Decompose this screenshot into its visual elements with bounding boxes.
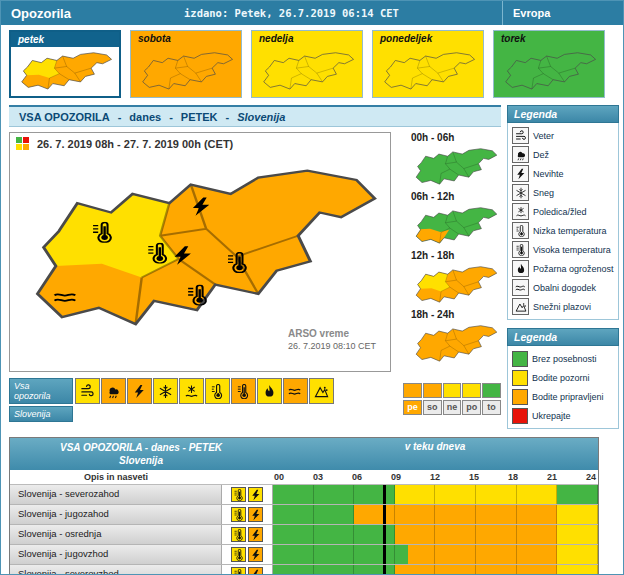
region-link[interactable]: Slovenija - jugovzhod [10,545,222,564]
warning-type-cell[interactable] [257,378,282,404]
legend-level-item: Bodite pozorni [512,368,614,387]
day-summary-cell-so[interactable] [423,383,442,398]
storm-icon [248,527,263,542]
rain-icon [106,384,121,399]
avalanche-icon [512,298,529,315]
warning-type-cell[interactable] [101,378,126,404]
legend-level-item: Bodite pripravljeni [512,387,614,406]
table-subtitle: Slovenija [10,454,272,467]
warning-timeline [273,505,598,524]
map-source: ARSO vreme [288,328,376,339]
interval-label: 12h - 18h [397,250,501,264]
legend-item: Nevihte [512,164,614,183]
tab-day-nedelja[interactable]: nedelja [251,30,363,98]
tab-day-label: torek [494,31,604,46]
legend-item: Visoka temperatura [512,240,614,259]
tab-day-sobota[interactable]: sobota [130,30,242,98]
slovenia-map[interactable] [16,159,384,345]
yellow-level-swatch [512,370,528,386]
current-time-marker [383,505,386,524]
legend-levels-panel: Brez posebnosti Bodite pozorni Bodite pr… [507,346,619,429]
warning-type-cell[interactable] [153,378,178,404]
tab-day-torek[interactable]: torek [493,30,605,98]
day-label-ne[interactable]: ne [443,400,462,415]
slovenia-minimap [411,264,499,307]
section-region: Slovenija [237,111,285,123]
interval-label: 00h - 06h [397,132,501,146]
warning-type-cell[interactable] [283,378,308,404]
table-right-title: v teku dneva [272,438,598,470]
day-summary-cell-pe[interactable] [403,383,422,398]
desc-column-header: Opis in nasveti [10,472,222,482]
current-time-marker [383,565,386,575]
high-temperature-icon [231,567,246,575]
day-summary-cell-to[interactable] [482,383,501,398]
region-link[interactable]: Slovenija - jugozahod [10,505,222,524]
warning-timeline [273,565,598,575]
day-summary-cell-ne[interactable] [443,383,462,398]
europe-link[interactable]: Evropa [502,1,623,25]
high-temperature-icon [236,384,251,399]
legend-levels-header: Legenda [507,328,619,346]
tab-day-petek[interactable]: petek [9,30,121,98]
day-label-so[interactable]: so [423,400,442,415]
table-row: Slovenija - severozahod [10,485,598,505]
day-grid: pe so ne po to [403,378,501,424]
day-label-po[interactable]: po [462,400,481,415]
legend-level-item: Brez posebnosti [512,349,614,368]
wind-icon [512,127,529,144]
warning-type-cell[interactable] [205,378,230,404]
separator: - [169,111,173,123]
table-row: Slovenija - jugozahod [10,505,598,525]
region-link[interactable]: Slovenija - osrednja [10,525,222,544]
page-title: Opozorila [1,6,81,21]
interval-block-18-24[interactable]: 18h - 24h [397,309,501,366]
slovenia-minimap [411,323,499,366]
warnings-table: VSA OPOZORILA - danes - PETEK Slovenija … [9,437,599,575]
map-credit: ARSO vreme 26. 7.2019 08:10 CET [288,328,376,351]
storm-icon [248,507,263,522]
overview-strips: Vsa opozorila Slovenija [9,378,501,424]
snow-icon [512,184,529,201]
coastal-event-icon [288,384,303,399]
interval-label: 18h - 24h [397,309,501,323]
tab-day-ponedeljek[interactable]: ponedeljek [372,30,484,98]
day-label-pe[interactable]: pe [403,400,422,415]
high-temperature-icon [512,241,529,258]
warning-type-cell[interactable] [127,378,152,404]
ice-icon [512,203,529,220]
storm-icon [512,165,529,182]
green-level-swatch [512,351,528,367]
warning-levels-icon [16,137,29,150]
table-column-header: Opis in nasveti 000306091215182124 [10,470,598,485]
warning-timeline [273,485,598,504]
storm-icon [248,567,263,575]
slovenia-minimap [379,50,477,94]
interval-block-00-06[interactable]: 00h - 06h [397,132,501,189]
tab-day-label: sobota [131,31,241,46]
slovenia-minimap [137,50,235,94]
storm-icon [248,487,263,502]
warning-type-cell[interactable] [231,378,256,404]
high-temperature-icon [231,507,246,522]
day-summary-cell-po[interactable] [462,383,481,398]
day-label-to[interactable]: to [482,400,501,415]
warning-type-cell[interactable] [179,378,204,404]
time-ticks: 000306091215182124 [272,472,598,482]
region-link[interactable]: Slovenija - severozahod [10,485,222,504]
warning-type-cell[interactable] [309,378,334,404]
main-map-panel: 26. 7. 2019 08h - 27. 7. 2019 00h (CET) [9,132,391,372]
ice-icon [184,384,199,399]
legend-item: Snežni plazovi [512,297,614,316]
tab-day-label: nedelja [252,31,362,46]
interval-block-06-12[interactable]: 06h - 12h [397,191,501,248]
section-title: VSA OPOZORILA [19,111,110,123]
warning-type-cell[interactable] [75,378,100,404]
legend-item: Dež [512,145,614,164]
slovenia-minimap [411,146,499,189]
interval-block-12-18[interactable]: 12h - 18h [397,250,501,307]
legend-item: Sneg [512,183,614,202]
region-link[interactable]: Slovenija - severovzhod [10,565,222,575]
snow-icon [158,384,173,399]
map-issued-time: 26. 7.2019 08:10 CET [288,341,376,351]
